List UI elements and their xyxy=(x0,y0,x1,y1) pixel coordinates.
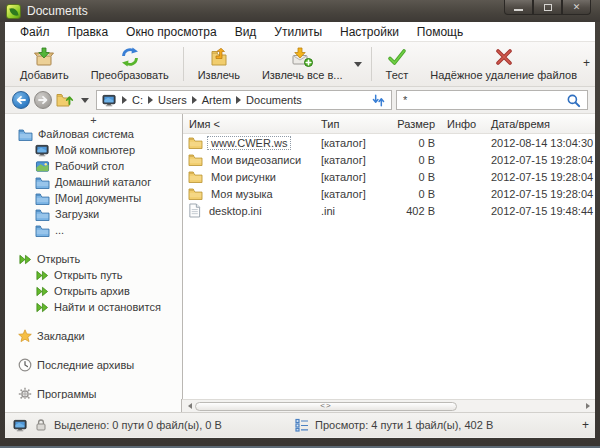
toolbar-overflow-button[interactable]: + xyxy=(583,56,590,70)
table-row[interactable]: desktop.ini .ini 402 B 2012-07-15 19:48:… xyxy=(183,202,595,219)
sidebar-item-home[interactable]: Домашний каталог xyxy=(5,174,182,190)
column-header-info[interactable]: Инфо xyxy=(447,118,487,130)
sidebar-item-label: Домашний каталог xyxy=(55,176,151,188)
refresh-icon[interactable] xyxy=(371,93,386,108)
test-button[interactable]: Тест xyxy=(375,42,420,86)
sidebar-item-desktop[interactable]: Рабочий стол xyxy=(5,158,182,174)
menu-file[interactable]: Файл xyxy=(11,23,59,41)
open-chevrons-icon xyxy=(35,285,49,298)
extract-all-icon xyxy=(291,47,313,67)
sidebar-gap xyxy=(5,238,182,251)
convert-icon xyxy=(120,47,140,67)
status-overflow-button[interactable]: + xyxy=(582,418,589,432)
scroll-left-button[interactable] xyxy=(184,403,195,409)
file-name-cell: www.CWER.ws xyxy=(183,136,319,150)
status-view: Просмотр: 4 пути 1 файл(ы), 402 B xyxy=(295,418,493,432)
menu-browse-window[interactable]: Окно просмотра xyxy=(117,23,226,41)
sidebar-item-programs[interactable]: Программы xyxy=(5,386,182,399)
back-button[interactable] xyxy=(12,91,30,109)
search-input[interactable] xyxy=(403,94,566,106)
lock-icon[interactable] xyxy=(34,418,48,432)
convert-button-label: Преобразовать xyxy=(91,69,169,81)
back-arrow-icon xyxy=(14,93,28,107)
computer-icon[interactable] xyxy=(13,419,28,432)
column-header-type[interactable]: Тип xyxy=(319,118,389,130)
scrollbar-thumb[interactable]: <> xyxy=(195,402,457,411)
file-size-cell: 0 B xyxy=(389,171,447,183)
breadcrumb-user[interactable]: Artem xyxy=(202,94,231,106)
sidebar-item-my-computer[interactable]: Мой компьютер xyxy=(5,142,182,158)
forward-button[interactable] xyxy=(34,91,52,109)
secure-delete-button[interactable]: Надёжное удаление файлов xyxy=(419,42,588,86)
open-chevrons-icon xyxy=(18,253,32,266)
sidebar-gap xyxy=(5,315,182,328)
sidebar-item-open[interactable]: Открыть xyxy=(5,251,182,267)
folder-icon xyxy=(35,176,50,189)
extract-button[interactable]: Извлечь xyxy=(187,42,251,86)
clock-icon xyxy=(18,358,32,372)
table-row[interactable]: Мои рисунки [каталог] 0 B 2012-07-15 19:… xyxy=(183,168,595,185)
menu-help[interactable]: Помощь xyxy=(408,23,472,41)
breadcrumb[interactable]: C: Users Artem Documents xyxy=(96,90,392,110)
menu-settings[interactable]: Настройки xyxy=(331,23,408,41)
sidebar-item-filesystem[interactable]: Файловая система xyxy=(5,126,182,142)
sidebar-item-label: Мой компьютер xyxy=(55,144,135,156)
menu-view[interactable]: Вид xyxy=(226,23,266,41)
column-header-name[interactable]: Имя < xyxy=(183,118,319,130)
extract-all-button[interactable]: Извлечь все в... xyxy=(251,42,354,86)
file-type-cell: [каталог] xyxy=(319,188,389,200)
sidebar-item-find[interactable]: Найти и остановится xyxy=(5,299,182,315)
extract-all-dropdown-icon[interactable] xyxy=(354,62,362,67)
desktop-icon xyxy=(35,160,50,173)
file-date-cell: 2012-07-15 19:28:04 xyxy=(487,154,595,166)
menu-utilities[interactable]: Утилиты xyxy=(265,23,331,41)
status-bar: Выделено: 0 пути 0 файл(ы), 0 B Просмотр… xyxy=(5,412,595,437)
nav-dropdown-icon[interactable] xyxy=(81,98,89,103)
toolbar-separator xyxy=(183,47,184,81)
sidebar-item-my-documents[interactable]: [Мои] документы xyxy=(5,190,182,206)
table-row[interactable]: Моя музыка [каталог] 0 B 2012-07-15 19:2… xyxy=(183,185,595,202)
up-one-level-icon[interactable] xyxy=(56,92,74,108)
folder-icon xyxy=(35,192,50,205)
extract-all-button-label: Извлечь все в... xyxy=(262,69,343,81)
file-date-cell: 2012-07-15 19:28:04 xyxy=(487,171,595,183)
navigation-bar: C: Users Artem Documents xyxy=(5,87,595,114)
horizontal-scrollbar[interactable]: <> xyxy=(182,399,595,412)
close-button[interactable]: ✕ xyxy=(562,0,591,15)
breadcrumb-folder[interactable]: Documents xyxy=(246,94,302,106)
sidebar-item-label: Открыть xyxy=(37,253,80,265)
scroll-right-button[interactable] xyxy=(582,403,593,409)
breadcrumb-drive[interactable]: C: xyxy=(132,94,143,106)
file-type-cell: [каталог] xyxy=(319,154,389,166)
menu-edit[interactable]: Правка xyxy=(59,23,118,41)
window-title: Documents xyxy=(27,4,88,18)
sidebar-item-open-archive[interactable]: Открыть архив xyxy=(5,283,182,299)
sidebar-item-label: Открыть архив xyxy=(54,285,130,297)
maximize-button[interactable] xyxy=(533,0,562,15)
list-icon[interactable] xyxy=(295,418,309,432)
breadcrumb-users[interactable]: Users xyxy=(158,94,187,106)
secure-delete-button-label: Надёжное удаление файлов xyxy=(430,69,577,81)
file-date-cell: 2012-08-14 13:04:30 xyxy=(487,137,595,149)
search-icon[interactable] xyxy=(566,93,581,108)
sidebar-item-more[interactable]: ... xyxy=(5,222,182,238)
sidebar-expander-button[interactable]: + xyxy=(5,115,182,126)
breadcrumb-separator-icon xyxy=(122,96,127,104)
breadcrumb-separator-icon xyxy=(236,96,241,104)
convert-button[interactable]: Преобразовать xyxy=(80,42,180,86)
minimize-button[interactable] xyxy=(504,0,533,15)
column-header-date[interactable]: Дата/время xyxy=(487,118,595,130)
sidebar-item-bookmarks[interactable]: Закладки xyxy=(5,328,182,344)
file-size-cell: 0 B xyxy=(389,154,447,166)
sidebar-item-label: Файловая система xyxy=(38,128,134,140)
add-archive-icon xyxy=(33,47,55,67)
table-row[interactable]: Мои видеозаписи [каталог] 0 B 2012-07-15… xyxy=(183,151,595,168)
sidebar-item-label: ... xyxy=(55,224,64,236)
add-button-label: Добавить xyxy=(20,69,69,81)
sidebar-item-recent-archives[interactable]: Последние архивы xyxy=(5,357,182,373)
sidebar-item-open-path[interactable]: Открыть путь xyxy=(5,267,182,283)
table-row[interactable]: www.CWER.ws [каталог] 0 B 2012-08-14 13:… xyxy=(183,134,595,151)
column-header-size[interactable]: Размер xyxy=(389,118,447,130)
add-button[interactable]: Добавить xyxy=(9,42,80,86)
sidebar-item-downloads[interactable]: Загрузки xyxy=(5,206,182,222)
